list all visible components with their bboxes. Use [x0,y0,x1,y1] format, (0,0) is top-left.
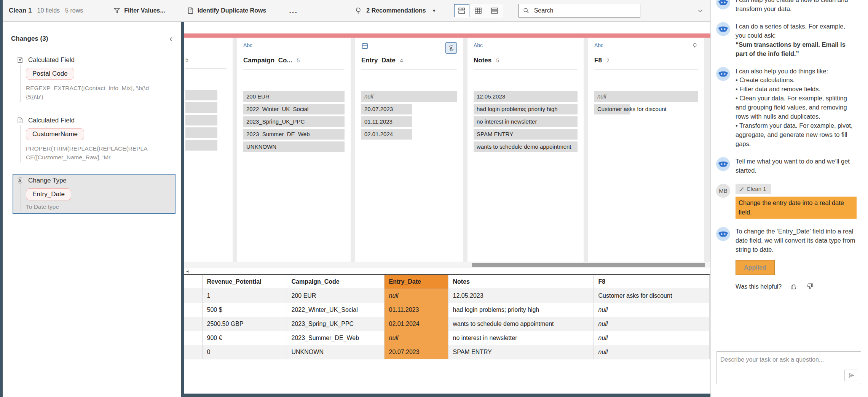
search-input[interactable] [533,7,636,14]
grid-cell[interactable]: null [384,289,448,303]
grid-cell[interactable]: 200 EUR [287,289,384,303]
value-label: SPAM ENTRY [474,129,578,140]
changes-panel: Changes (3) ‹ Calculated Field Postal Co… [3,22,181,397]
field-name[interactable]: Entry_Date [361,57,396,64]
grid-column-header[interactable]: Campaign_Code [287,275,384,289]
change-item-change-type-entry-date[interactable]: A Change Type Entry_Date To Date type [13,174,176,214]
scroll-left-arrow-icon[interactable]: ◂ [186,268,188,274]
profile-value[interactable]: Customer asks for discount [594,104,698,114]
grid-view-toggle[interactable] [471,4,486,17]
assistant-bot-avatar [716,22,730,36]
assistant-message: I can also help you do things like: • Cr… [736,67,857,149]
grid-column-header[interactable]: F8 [594,275,709,289]
profile-value[interactable]: SPAM ENTRY [474,129,578,140]
profile-value[interactable]: had login problems; priority high [474,104,578,114]
profile-value[interactable]: null [361,91,457,102]
grid-cell[interactable]: 2023_Summer_DE_Web [287,331,384,345]
grid-column-header[interactable]: Revenue_Potential [202,275,287,289]
thumbs-up-icon[interactable] [790,283,798,290]
grid-cell[interactable]: 02.01.2024 [384,317,448,331]
list-view-toggle[interactable] [487,4,502,17]
grid-cell[interactable]: null [594,331,709,345]
profile-card-f8[interactable]: Abc F8 2 nullCustomer asks for discount [588,38,704,262]
grid-cell[interactable]: UNKNOWN [287,345,384,359]
profile-value[interactable]: 02.01.2024 [361,129,457,140]
field-name[interactable]: Campaign_Co... [243,57,292,64]
filter-values-button[interactable]: Filter Values... [113,7,165,14]
scrollbar-thumb[interactable] [472,263,705,267]
value-label: 02.01.2024 [361,129,457,140]
profile-value[interactable]: 01.11.2023 [361,116,457,127]
grid-cell[interactable]: 500 $ [202,303,287,317]
example-quote: “Sum transactions by email. Email is par… [736,40,857,59]
profile-value[interactable] [185,127,227,138]
grid-cell[interactable]: 900 € [202,331,287,345]
grid-cell[interactable]: had login problems; priority high [448,303,594,317]
profile-value[interactable]: 12.05.2023 [474,91,578,102]
thumbs-down-icon[interactable] [806,283,814,290]
profile-card-partial[interactable]: 5 [184,38,233,262]
assistant-bullet: • Filter data and remove fields. [736,85,857,94]
assistant-bullet: • Create calculations. [736,76,857,85]
profile-value[interactable]: UNKNOWN [243,141,345,152]
row-gutter-cell [184,303,202,317]
change-item-calculated-field-postal-code[interactable]: Calculated Field Postal Code REGEXP_EXTR… [13,53,176,105]
change-item-calculated-field-customername[interactable]: Calculated Field CustomerName PROPER(TRI… [13,114,176,166]
grid-cell[interactable]: 2022_Winter_UK_Social [287,303,384,317]
search-icon [523,7,530,14]
grid-cell[interactable]: null [594,317,709,331]
profile-value[interactable]: 2022_Winter_UK_Social [243,104,345,114]
profile-card-entry-date[interactable]: A Entry_Date 4 null20.07.202301.11.20230… [355,38,463,262]
grid-cell[interactable]: 12.05.2023 [448,289,594,303]
profile-value[interactable]: 200 EUR [243,91,345,102]
change-type-applied-badge[interactable]: A [445,42,457,54]
change-kind: Calculated Field [28,117,75,124]
grid-cell[interactable]: no interest in newsletter [448,331,594,345]
profile-value[interactable] [185,102,227,113]
profile-value[interactable]: 2023_Summer_DE_Web [243,129,345,140]
grid-cell[interactable]: 2500.50 GBP [202,317,287,331]
field-name[interactable]: Notes [474,57,491,64]
pane-collapse-chevron[interactable] [697,7,704,14]
change-detail: REGEXP_EXTRACT([Contact_Info_Mix], ‘\b(\… [26,84,152,102]
profile-value[interactable]: 2023_Spring_UK_PPC [243,116,345,127]
grid-cell[interactable]: 0 [202,345,287,359]
profile-card-campaign-code[interactable]: Abc Campaign_Co... 5 200 EUR2022_Winter_… [237,38,351,262]
recommendations-button[interactable]: 2 Recommendations ▼ [354,6,436,15]
grid-cell[interactable]: null [594,303,709,317]
grid-column-header[interactable]: Entry_Date [384,275,448,289]
more-options-button[interactable]: ... [289,6,298,15]
chat-input-field[interactable] [716,352,861,384]
profile-view-toggle[interactable] [454,4,469,17]
send-button[interactable] [844,370,858,381]
profile-value[interactable] [185,90,227,100]
profile-value[interactable]: wants to schedule demo appointment [474,141,578,152]
applied-button[interactable]: Applied [736,260,775,275]
recommendation-lightbulb-icon[interactable] [691,42,698,49]
profile-value[interactable] [185,140,227,151]
grid-cell[interactable]: wants to schedule demo appointment [448,317,594,331]
grid-cell[interactable]: 2023_Spring_UK_PPC [287,317,384,331]
grid-cell[interactable]: null [594,345,709,359]
grid-cell[interactable]: 20.07.2023 [384,345,448,359]
grid-cell[interactable]: Customer asks for discount [594,289,709,303]
identify-duplicate-rows-button[interactable]: Identify Duplicate Rows [187,7,266,14]
grid-cell[interactable]: 1 [202,289,287,303]
field-name[interactable]: F8 [594,57,602,64]
profile-card-notes[interactable]: Abc Notes 5 12.05.2023had login problems… [468,38,584,262]
profile-value[interactable] [185,115,227,125]
assistant-message: I can help you create a flow to clean an… [736,0,857,14]
value-label: 200 EUR [243,91,345,102]
field-count: 5 [297,57,300,64]
profile-value[interactable]: 20.07.2023 [361,104,457,114]
profile-value[interactable]: null [594,91,698,102]
profile-horizontal-scrollbar[interactable] [184,262,710,268]
panel-collapse-chevron[interactable]: ‹ [169,36,172,42]
grid-horizontal-scrollbar[interactable]: ◂ [184,268,710,274]
grid-column-header[interactable]: Notes [448,275,594,289]
grid-cell[interactable]: null [384,331,448,345]
grid-cell[interactable]: SPAM ENTRY [448,345,594,359]
grid-cell[interactable]: 01.11.2023 [384,303,448,317]
row-gutter-cell [184,289,202,303]
profile-value[interactable]: no interest in newsletter [474,116,578,127]
